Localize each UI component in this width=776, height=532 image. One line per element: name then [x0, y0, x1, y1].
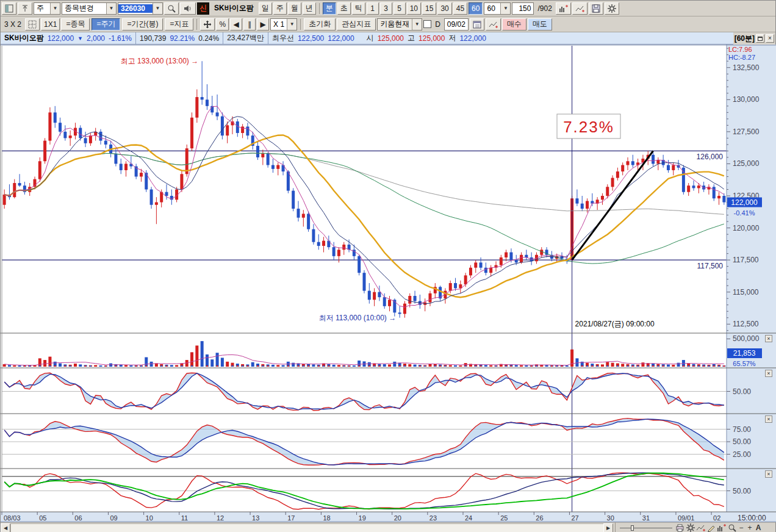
minute-button-15[interactable]: 15 — [422, 2, 436, 15]
bars-count-input[interactable]: 150 — [512, 2, 534, 15]
minute-button-45[interactable]: 45 — [453, 2, 467, 15]
svg-text:08/03: 08/03 — [4, 514, 21, 522]
kiwoom-current-combo[interactable]: 키움현재▼ — [377, 18, 422, 31]
svg-text:17: 17 — [287, 514, 295, 522]
close-window-button[interactable]: × — [766, 34, 774, 43]
close-oscillator2-panel-button[interactable]: × — [765, 415, 772, 423]
period-button-일[interactable]: 일 — [259, 2, 272, 15]
chevron-down-icon[interactable]: ▼ — [50, 3, 60, 14]
draw-order-icon[interactable] — [486, 18, 501, 31]
svg-text:2021/08/27(금) 09:00:00: 2021/08/27(금) 09:00:00 — [575, 320, 655, 328]
font-button[interactable]: A — [754, 523, 763, 532]
best-bid: 122,000 — [328, 34, 354, 43]
link-button-=주기[interactable]: =주기 — [92, 18, 120, 31]
pause-button[interactable]: ∥ — [243, 18, 256, 31]
stock-change-combo[interactable]: 종목변경▼ — [62, 2, 117, 15]
sell-button[interactable]: 매도 — [528, 18, 552, 31]
zoom-out-button[interactable]: − — [737, 523, 745, 532]
speaker-icon[interactable] — [180, 2, 196, 15]
d-checkbox[interactable] — [423, 20, 431, 28]
step-forward-button[interactable]: ▶ — [257, 18, 269, 31]
mode-button-분[interactable]: 분 — [323, 2, 336, 15]
add-compare-icon[interactable] — [556, 2, 571, 15]
svg-text:75.00: 75.00 — [733, 425, 751, 434]
svg-text:125,000: 125,000 — [733, 159, 760, 168]
chevron-down-icon[interactable]: ▼ — [412, 19, 422, 30]
panel-toggle-icon[interactable] — [2, 2, 16, 15]
volume-ratio: 92.21% — [170, 34, 195, 43]
gear-icon[interactable] — [685, 523, 695, 532]
save-icon[interactable] — [589, 2, 603, 15]
svg-text:25: 25 — [500, 514, 508, 522]
calendar-icon[interactable] — [470, 18, 484, 31]
close-volume-panel-button[interactable]: × — [765, 335, 772, 342]
svg-text:최고 133,000 (13:00) →: 최고 133,000 (13:00) → — [121, 57, 198, 65]
chart-scrollbar-track[interactable] — [10, 523, 603, 532]
reset-button[interactable]: 초기화 — [304, 18, 336, 31]
svg-text:122,000: 122,000 — [731, 198, 758, 207]
svg-text:-0.41%: -0.41% — [734, 209, 755, 217]
svg-text:30: 30 — [607, 514, 614, 522]
minute-button-30[interactable]: 30 — [437, 2, 451, 15]
draw-tool-icon[interactable] — [706, 523, 716, 532]
svg-text:HC:-8.27: HC:-8.27 — [728, 54, 755, 61]
value-zone: 23,427백만 — [223, 32, 268, 44]
zoom-in-button[interactable]: + — [745, 523, 754, 532]
svg-text:25.00: 25.00 — [733, 450, 751, 459]
grid-1x1-button[interactable]: 1X1 — [41, 18, 60, 31]
fav-indicator-button[interactable]: 관심지표 — [337, 18, 376, 31]
chevron-down-icon[interactable]: ▼ — [287, 19, 296, 30]
svg-text:20: 20 — [394, 514, 401, 522]
link-button-=지표[interactable]: =지표 — [165, 18, 193, 31]
buy-button[interactable]: 매수 — [502, 18, 526, 31]
period-combo[interactable]: 주▼ — [34, 2, 60, 15]
chevron-down-icon[interactable]: ▼ — [153, 3, 162, 14]
mode-button-틱[interactable]: 틱 — [352, 2, 365, 15]
indicator-chart-icon[interactable] — [695, 523, 706, 532]
zoom-slider-thumb[interactable] — [631, 525, 634, 531]
chevron-down-icon[interactable]: ▼ — [106, 3, 116, 14]
close-oscillator1-panel-button[interactable]: × — [765, 370, 772, 377]
pattern-chart-icon[interactable] — [716, 523, 727, 532]
stock-logo-badge: 신 — [197, 2, 209, 15]
interval-combo[interactable]: 60▼ — [484, 2, 511, 15]
period-button-월[interactable]: 월 — [288, 2, 301, 15]
top-arrow-icon[interactable] — [18, 2, 32, 15]
period-button-년[interactable]: 년 — [303, 2, 316, 15]
chevron-down-icon[interactable]: ▼ — [500, 3, 510, 14]
step-back-button[interactable]: ◀ — [230, 18, 242, 31]
panel-title-strip: [60분] × — [733, 32, 775, 45]
date-input[interactable]: 09/02 — [444, 18, 469, 31]
minute-button-10[interactable]: 10 — [407, 2, 421, 15]
trade-value: 23,427백만 — [227, 33, 264, 43]
chart-window: 주▼ 종목변경▼ 326030▼ 신 SK바이오팜 일주월년 분초틱 13510… — [0, 0, 776, 532]
link-button-=기간(봉)[interactable]: =기간(봉) — [122, 18, 163, 31]
svg-text:31: 31 — [642, 514, 650, 522]
close-oscillator3-panel-button[interactable]: × — [765, 470, 772, 478]
grid-icon[interactable] — [25, 18, 40, 31]
percent-button[interactable]: % — [216, 18, 229, 31]
svg-text:127,500: 127,500 — [733, 128, 760, 136]
add-trend-icon[interactable] — [572, 2, 587, 15]
high-price: 125,000 — [419, 34, 445, 43]
chart-canvas[interactable]: 2021/08/27(금) 09:00:00최고 133,000 (13:00)… — [1, 45, 776, 522]
zoom-search-icon[interactable] — [727, 523, 737, 532]
crosshair-move-icon[interactable] — [200, 18, 215, 31]
stock-code-input[interactable]: 326030▼ — [118, 2, 163, 15]
zoom-slider[interactable] — [620, 523, 672, 532]
minute-button-5[interactable]: 5 — [393, 2, 406, 15]
scroll-right-button[interactable]: ▶ — [603, 523, 613, 532]
minute-button-1[interactable]: 1 — [367, 2, 379, 15]
restore-window-button[interactable] — [756, 34, 764, 43]
gear-icon[interactable] — [605, 2, 619, 15]
minute-button-3[interactable]: 3 — [380, 2, 392, 15]
print-icon[interactable] — [675, 523, 685, 532]
mode-button-초[interactable]: 초 — [337, 2, 351, 15]
link-button-=종목[interactable]: =종목 — [61, 18, 90, 31]
svg-text:12: 12 — [217, 514, 224, 522]
scroll-left-button[interactable]: ◀ — [1, 523, 10, 532]
search-icon[interactable] — [164, 2, 179, 15]
speed-combo[interactable]: X 1▼ — [270, 18, 297, 31]
minute-button-60[interactable]: 60 — [469, 2, 483, 15]
period-button-주[interactable]: 주 — [273, 2, 287, 15]
